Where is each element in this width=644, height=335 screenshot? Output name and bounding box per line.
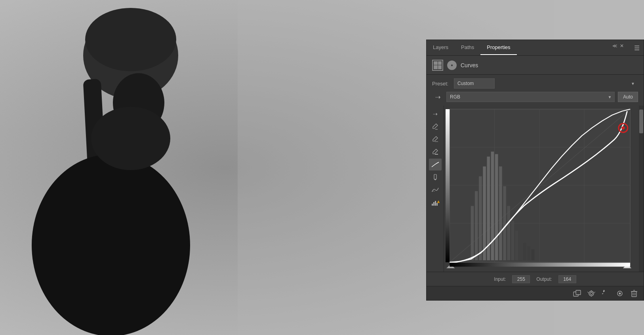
curves-svg — [446, 107, 637, 270]
controls-area: Preset: Custom Default Strong Contrast L… — [427, 75, 644, 106]
svg-rect-16 — [436, 203, 438, 206]
svg-rect-38 — [511, 221, 514, 260]
svg-rect-11 — [434, 174, 436, 179]
reset-icon[interactable] — [600, 288, 611, 299]
panel-scrollbar[interactable] — [639, 106, 644, 272]
svg-point-2 — [85, 8, 176, 71]
svg-marker-12 — [434, 179, 436, 180]
output-label: Output: — [536, 276, 552, 282]
svg-rect-35 — [499, 167, 502, 260]
preset-select[interactable]: Custom Default Strong Contrast Linear — [454, 78, 495, 89]
delete-icon[interactable] — [629, 288, 640, 299]
svg-rect-9 — [435, 141, 438, 142]
svg-rect-41 — [523, 243, 526, 260]
curves-main: ⇢ — [427, 106, 644, 272]
svg-text:!: ! — [438, 201, 438, 203]
svg-rect-50 — [450, 263, 630, 267]
preset-arrow-icon: ▼ — [631, 81, 635, 86]
svg-rect-39 — [515, 231, 518, 260]
auto-button[interactable]: Auto — [618, 92, 638, 102]
input-output-bar: Input: Output: — [427, 272, 644, 286]
svg-point-5 — [32, 154, 190, 335]
svg-rect-34 — [495, 154, 498, 260]
svg-rect-30 — [479, 176, 482, 260]
svg-rect-33 — [491, 151, 494, 260]
tab-properties[interactable]: Properties — [480, 40, 516, 55]
smooth-points-tool[interactable] — [429, 184, 442, 196]
channel-select-wrapper: RGB Red Green Blue ▼ — [446, 92, 615, 102]
svg-rect-37 — [507, 206, 510, 260]
highlight-eyedropper-tool[interactable] — [429, 146, 442, 158]
bottom-toolbar — [427, 286, 644, 300]
svg-rect-43 — [532, 250, 535, 260]
svg-point-55 — [590, 292, 593, 295]
svg-rect-29 — [475, 191, 478, 260]
scrollbar-thumb[interactable] — [639, 110, 643, 133]
channel-icon[interactable]: ⇢ — [432, 91, 443, 102]
properties-panel: Layers Paths Properties ≪ ✕ ☰ ● Curves P… — [426, 40, 644, 301]
tool-sidebar: ⇢ — [427, 106, 444, 272]
input-label: Input: — [494, 276, 506, 282]
mask-link-icon[interactable] — [572, 288, 583, 299]
svg-point-6 — [91, 107, 170, 170]
preset-select-wrapper: Custom Default Strong Contrast Linear ▼ — [454, 78, 638, 89]
svg-rect-53 — [576, 290, 581, 295]
grid-icon[interactable] — [432, 60, 443, 71]
visibility-icon[interactable] — [586, 288, 597, 299]
curves-title: Curves — [461, 62, 478, 68]
mid-eyedropper-tool[interactable] — [429, 133, 442, 145]
svg-rect-14 — [433, 202, 434, 206]
curves-header: ● Curves — [427, 56, 644, 75]
svg-point-54 — [589, 291, 594, 296]
svg-point-60 — [619, 292, 621, 294]
panel-top-icons: ≪ ✕ — [612, 43, 624, 49]
view-icon[interactable] — [614, 288, 625, 299]
scrollbar-track — [639, 106, 644, 272]
collapse-icon[interactable]: ≪ — [612, 43, 617, 49]
svg-rect-10 — [435, 154, 438, 155]
svg-rect-28 — [471, 206, 474, 260]
output-value[interactable] — [558, 275, 576, 283]
svg-rect-51 — [446, 109, 450, 262]
pen-tool[interactable] — [429, 171, 442, 183]
tab-paths[interactable]: Paths — [455, 40, 480, 55]
input-value[interactable] — [512, 275, 530, 283]
svg-rect-13 — [432, 204, 433, 206]
preset-label: Preset: — [432, 81, 450, 87]
preset-row: Preset: Custom Default Strong Contrast L… — [432, 78, 638, 89]
smooth-curve-tool[interactable] — [429, 159, 442, 170]
panel-header: Layers Paths Properties ≪ ✕ ☰ — [427, 40, 644, 56]
svg-rect-15 — [435, 201, 436, 206]
curve-graph-container[interactable] — [444, 106, 639, 272]
shadow-eyedropper-tool[interactable] — [429, 121, 442, 132]
histogram-warning-tool[interactable]: ! — [429, 197, 442, 208]
pointer-tool[interactable]: ⇢ — [429, 108, 442, 120]
tab-layers[interactable]: Layers — [427, 40, 455, 55]
channel-select[interactable]: RGB Red Green Blue — [446, 92, 615, 102]
svg-rect-42 — [527, 246, 530, 260]
panel-menu-icon[interactable]: ☰ — [634, 44, 640, 51]
close-icon[interactable]: ✕ — [620, 43, 624, 49]
svg-rect-40 — [519, 238, 522, 260]
circle-icon[interactable]: ● — [447, 61, 457, 70]
rgb-row: ⇢ RGB Red Green Blue ▼ Auto — [432, 91, 638, 102]
